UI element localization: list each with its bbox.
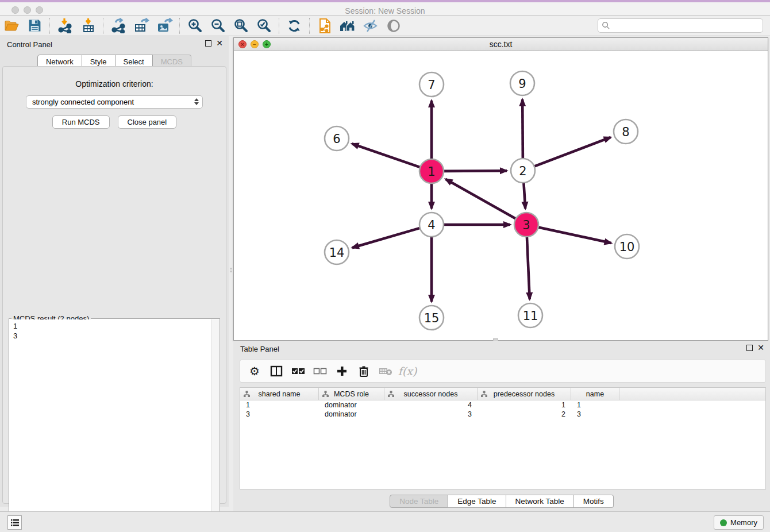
network-graph[interactable]: 7968124314101511: [234, 51, 768, 340]
show-details-icon[interactable]: [382, 17, 405, 35]
toolbar-separator: [309, 18, 310, 34]
column-type-icon: [322, 391, 329, 398]
mcds-result-scrollbar[interactable]: [211, 319, 219, 532]
delete-icon[interactable]: [355, 363, 372, 379]
graph-node-label: 14: [329, 246, 345, 260]
cell-shared-name[interactable]: 1: [240, 400, 319, 410]
list-icon: [10, 519, 20, 527]
zoom-out-icon[interactable]: [206, 17, 229, 35]
graph-node-label: 9: [518, 77, 526, 91]
columns-icon[interactable]: [268, 363, 285, 379]
node-table: shared name MCDS role successor nodes pr…: [240, 387, 766, 489]
tab-motifs[interactable]: Motifs: [574, 495, 614, 508]
graph-edge-3-1[interactable]: [445, 179, 515, 219]
graph-edge-3-10[interactable]: [538, 227, 611, 243]
graph-node-label: 10: [619, 240, 635, 254]
graph-edge-1-6[interactable]: [352, 144, 420, 167]
tab-node-table[interactable]: Node Table: [390, 495, 448, 508]
export-table-icon[interactable]: [130, 17, 153, 35]
zoom-in-icon[interactable]: [183, 17, 206, 35]
column-header-mcds-role[interactable]: MCDS role: [319, 388, 384, 400]
network-canvas[interactable]: 7968124314101511: [234, 51, 768, 340]
graph-node-label: 8: [622, 125, 629, 139]
cell-successor-nodes[interactable]: 3: [384, 410, 478, 419]
optimization-criterion-label: Optimization criterion:: [3, 79, 226, 88]
search-input[interactable]: [610, 21, 759, 30]
mcds-tab-content: Optimization criterion: strongly connect…: [2, 66, 226, 504]
run-mcds-button[interactable]: Run MCDS: [52, 115, 110, 129]
cell-name[interactable]: 1: [571, 400, 619, 410]
graph-edge-4-14[interactable]: [352, 228, 420, 248]
close-panel-icon[interactable]: ✕: [216, 40, 223, 47]
network-close-icon[interactable]: ✕: [238, 40, 247, 48]
table-header: shared name MCDS role successor nodes pr…: [240, 388, 765, 400]
zoom-fit-icon[interactable]: [229, 17, 252, 35]
table-row[interactable]: 1 dominator 4 1 1: [240, 400, 765, 410]
memory-label: Memory: [730, 518, 757, 527]
refresh-icon[interactable]: [283, 17, 306, 35]
column-header-predecessor-nodes[interactable]: predecessor nodes: [478, 388, 571, 400]
float-panel-icon[interactable]: [205, 40, 211, 47]
network-window-titlebar[interactable]: scc.txt ✕ − +: [234, 38, 768, 51]
import-network-icon[interactable]: [53, 17, 76, 35]
panel-divider-grip[interactable]: [229, 268, 232, 273]
mcds-result-list[interactable]: 1 3: [10, 319, 211, 532]
cell-successor-nodes[interactable]: 4: [384, 400, 478, 410]
export-network-icon[interactable]: [107, 17, 130, 35]
tab-edge-table[interactable]: Edge Table: [448, 495, 506, 508]
cell-name[interactable]: 3: [571, 410, 619, 419]
gear-icon[interactable]: ⚙: [246, 363, 263, 379]
graph-edge-2-8[interactable]: [534, 137, 611, 167]
zoom-selected-icon[interactable]: [252, 17, 275, 35]
cell-shared-name[interactable]: 3: [240, 410, 319, 419]
memory-button[interactable]: Memory: [714, 515, 764, 530]
new-network-icon[interactable]: [313, 17, 336, 35]
graph-node-label: 4: [428, 218, 435, 232]
application-window: Session: New Session: [0, 0, 770, 532]
graph-edge-2-3[interactable]: [523, 183, 525, 209]
open-session-icon[interactable]: [0, 17, 23, 35]
import-table-icon[interactable]: [76, 17, 99, 35]
delete-table-icon[interactable]: [377, 363, 394, 379]
network-view-window: scc.txt ✕ − + 7968124314101511: [233, 37, 768, 341]
titlebar: Session: New Session: [0, 2, 770, 16]
close-table-panel-icon[interactable]: ✕: [757, 345, 764, 351]
optimization-criterion-select[interactable]: strongly connected component: [26, 95, 203, 109]
table-row[interactable]: 3 dominator 3 2 3: [240, 410, 765, 419]
cell-mcds-role[interactable]: dominator: [319, 400, 384, 410]
close-panel-button[interactable]: Close panel: [118, 115, 177, 129]
column-header-shared-name[interactable]: shared name: [240, 388, 319, 400]
search-box: [598, 18, 763, 33]
select-all-icon[interactable]: [290, 363, 307, 379]
graph-edge-3-11[interactable]: [527, 237, 530, 299]
cell-predecessor-nodes[interactable]: 1: [478, 400, 571, 410]
add-column-icon[interactable]: [333, 363, 351, 379]
mcds-result-item: 1: [13, 321, 207, 331]
search-icon: [602, 21, 610, 30]
graph-node-label: 3: [522, 218, 530, 232]
table-panel-title: Table Panel: [240, 345, 279, 353]
export-image-icon[interactable]: [153, 17, 176, 35]
hide-details-icon[interactable]: [359, 17, 382, 35]
column-type-icon: [388, 391, 394, 398]
network-maximize-icon[interactable]: +: [263, 40, 271, 48]
column-header-name[interactable]: name: [571, 388, 619, 400]
network-minimize-icon[interactable]: −: [251, 40, 259, 48]
column-label: successor nodes: [404, 390, 458, 398]
task-history-button[interactable]: [7, 515, 22, 530]
float-table-panel-icon[interactable]: [746, 345, 753, 351]
tab-network-table[interactable]: Network Table: [506, 495, 574, 508]
toolbar-separator: [49, 18, 50, 34]
toolbar-separator: [279, 18, 279, 34]
column-header-successor-nodes[interactable]: successor nodes: [384, 388, 478, 400]
cell-mcds-role[interactable]: dominator: [319, 410, 384, 419]
cell-predecessor-nodes[interactable]: 2: [478, 410, 571, 419]
graph-edge-2-9[interactable]: [522, 99, 523, 159]
graph-node-label: 15: [424, 311, 440, 325]
function-builder-icon[interactable]: f(x): [399, 363, 416, 379]
column-label: MCDS role: [334, 390, 369, 398]
graph-edge-1-2[interactable]: [444, 171, 507, 171]
home-network-icon[interactable]: [336, 17, 359, 35]
save-session-icon[interactable]: [23, 17, 46, 35]
deselect-all-icon[interactable]: [311, 363, 329, 379]
